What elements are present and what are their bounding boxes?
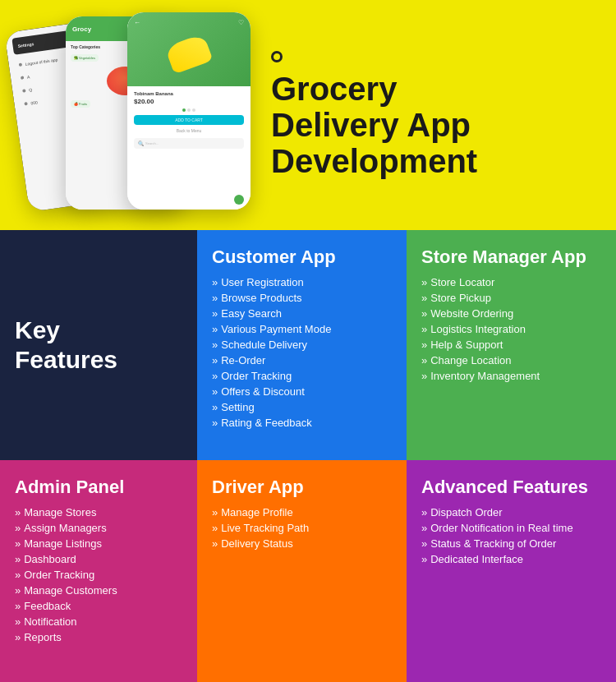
admin-panel-title: Admin Panel bbox=[15, 477, 182, 498]
list-item: Manage Stores bbox=[15, 506, 182, 518]
list-item: Manage Customers bbox=[15, 584, 182, 597]
phone-front: ← ♡ Tobinam Banana $20.00 ADD TO CART Ba… bbox=[127, 12, 251, 210]
hero-title: Grocery Delivery App Development bbox=[271, 71, 600, 179]
driver-app-list: Manage Profile Live Tracking Path Delive… bbox=[212, 506, 392, 550]
customer-app-title: Customer App bbox=[212, 247, 392, 268]
list-item: Offers & Discount bbox=[212, 385, 392, 398]
list-item: Live Tracking Path bbox=[212, 522, 392, 534]
list-item: Rating & Feedback bbox=[212, 417, 392, 429]
list-item: Order Notification in Real time bbox=[421, 522, 601, 534]
list-item: Delivery Status bbox=[212, 537, 392, 550]
features-grid: Key Features Customer App User Registrat… bbox=[0, 230, 616, 682]
advanced-features-title: Advanced Features bbox=[421, 477, 601, 498]
list-item: Order Tracking bbox=[212, 370, 392, 382]
list-item: Setting bbox=[212, 401, 392, 413]
list-item: Feedback bbox=[15, 600, 182, 612]
list-item: Manage Profile bbox=[212, 506, 392, 518]
list-item: Various Payment Mode bbox=[212, 323, 392, 335]
list-item: Assign Managers bbox=[15, 522, 182, 534]
list-item: Status & Tracking of Order bbox=[421, 537, 601, 550]
list-item: Change Location bbox=[421, 354, 601, 366]
customer-app-list: User Registration Browse Products Easy S… bbox=[212, 276, 392, 429]
hero-bullet-icon bbox=[271, 51, 600, 66]
list-item: Browse Products bbox=[212, 292, 392, 304]
list-item: User Registration bbox=[212, 276, 392, 288]
hero-section: Settings ☰ Logout of this app A Q 000 Gr… bbox=[0, 0, 616, 230]
list-item: Inventory Management bbox=[421, 370, 601, 382]
list-item: Easy Search bbox=[212, 307, 392, 320]
list-item: Logistics Integration bbox=[421, 323, 601, 335]
key-features-cell: Key Features bbox=[0, 230, 197, 460]
list-item: Manage Listings bbox=[15, 537, 182, 550]
list-item: Help & Support bbox=[421, 339, 601, 351]
hero-text: Grocery Delivery App Development bbox=[263, 35, 616, 196]
store-manager-cell: Store Manager App Store Locator Store Pi… bbox=[407, 230, 616, 460]
key-features-title: Key Features bbox=[15, 316, 182, 375]
list-item: Store Pickup bbox=[421, 292, 601, 304]
admin-panel-list: Manage Stores Assign Managers Manage Lis… bbox=[15, 506, 182, 643]
list-item: Reports bbox=[15, 631, 182, 643]
list-item: Notification bbox=[15, 615, 182, 628]
driver-app-cell: Driver App Manage Profile Live Tracking … bbox=[197, 460, 407, 682]
list-item: Dashboard bbox=[15, 553, 182, 565]
driver-app-title: Driver App bbox=[212, 477, 392, 498]
list-item: Re-Order bbox=[212, 354, 392, 366]
advanced-features-cell: Advanced Features Dispatch Order Order N… bbox=[407, 460, 616, 682]
advanced-features-list: Dispatch Order Order Notification in Rea… bbox=[421, 506, 601, 565]
phone-mockups: Settings ☰ Logout of this app A Q 000 Gr… bbox=[0, 0, 263, 230]
customer-app-cell: Customer App User Registration Browse Pr… bbox=[197, 230, 407, 460]
list-item: Website Ordering bbox=[421, 307, 601, 320]
list-item: Order Tracking bbox=[15, 569, 182, 581]
list-item: Store Locator bbox=[421, 276, 601, 288]
store-manager-list: Store Locator Store Pickup Website Order… bbox=[421, 276, 601, 382]
list-item: Dedicated Interface bbox=[421, 553, 601, 565]
list-item: Dispatch Order bbox=[421, 506, 601, 518]
admin-panel-cell: Admin Panel Manage Stores Assign Manager… bbox=[0, 460, 197, 682]
list-item: Schedule Delivery bbox=[212, 339, 392, 351]
store-manager-title: Store Manager App bbox=[421, 247, 601, 268]
